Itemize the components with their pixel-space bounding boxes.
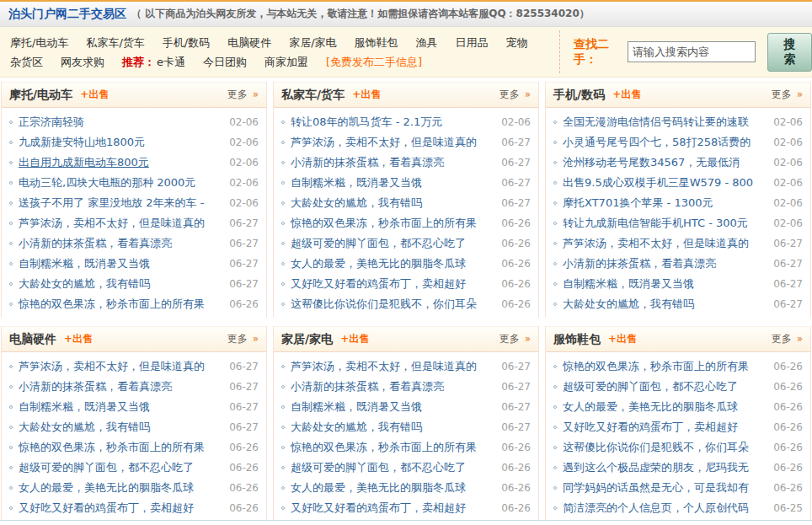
search-button[interactable]: 搜 索 xyxy=(767,33,812,72)
item-link[interactable]: 超级可爱的脚丫面包，都不忍心吃了 xyxy=(291,236,496,251)
panel-title[interactable]: 手机/数码 xyxy=(553,88,605,103)
recommend-link-2[interactable]: 商家加盟 xyxy=(264,56,308,68)
item-link[interactable]: 超级可爱的脚丫面包，都不忍心吃了 xyxy=(563,379,768,394)
item-link[interactable]: 女人的最爱，美艳无比的胭脂冬瓜球 xyxy=(563,399,768,415)
item-link[interactable]: 女人的最爱，美艳无比的胭脂冬瓜球 xyxy=(19,480,224,496)
more-link[interactable]: 更多 » xyxy=(772,332,803,346)
more-link[interactable]: 更多 » xyxy=(499,332,531,346)
item-link[interactable]: 简洁漂亮的个人信息页，个人原创代码 xyxy=(563,501,768,516)
item-link[interactable]: 出售9.5成心双模手机三星W579 - 800 xyxy=(563,175,768,190)
item-link[interactable]: 大龄处女的尴尬，我有错吗 xyxy=(563,297,768,312)
item-link[interactable]: 自制糯米糍，既消暑又当饿 xyxy=(19,256,224,271)
nav-link-8[interactable]: 宠物 xyxy=(506,36,528,49)
item-link[interactable]: 又好吃又好看的鸡蛋布丁，卖相超好 xyxy=(291,501,496,516)
sell-link[interactable]: +出售 xyxy=(608,332,637,346)
panel-title[interactable]: 电脑硬件 xyxy=(9,332,56,347)
item-date: 06-26 xyxy=(501,258,531,270)
item-link[interactable]: 小灵通号尾号四个七，58打258话费的 xyxy=(563,135,768,150)
item-link[interactable]: 自制糯米糍，既消暑又当饿 xyxy=(563,276,768,292)
item-link[interactable]: 小清新的抹茶蛋糕，看着真漂亮 xyxy=(19,379,224,394)
item-link[interactable]: 又好吃又好看的鸡蛋布丁，卖相超好 xyxy=(563,420,768,435)
bullet-icon xyxy=(553,141,557,144)
item-link[interactable]: 芦笋浓汤，卖相不太好，但是味道真的 xyxy=(19,359,224,374)
nav-bar: 摩托/电动车私家车/货车手机/数码电脑硬件家居/家电服饰鞋包渔具日用品宠物 杂货… xyxy=(0,27,812,78)
list-item: 芦笋浓汤，卖相不太好，但是味道真的06-27 xyxy=(281,356,531,377)
item-link[interactable]: 超级可爱的脚丫面包，都不忍心吃了 xyxy=(19,460,224,475)
item-link[interactable]: 送孩子不用了 家里没地放 2年来的车 - xyxy=(19,196,224,211)
nav-link-row2-1[interactable]: 网友求购 xyxy=(61,56,104,68)
item-link[interactable]: 惊艳的双色果冻，秒杀市面上的所有果 xyxy=(291,216,496,231)
item-link[interactable]: 这帮傻比你说你们是犯贱不，你们耳朵 xyxy=(563,440,768,455)
item-list: 芦笋浓汤，卖相不太好，但是味道真的06-27小清新的抹茶蛋糕，看着真漂亮06-2… xyxy=(2,352,266,522)
search-label: 查找二手： xyxy=(574,37,626,67)
item-link[interactable]: 芦笋浓汤，卖相不太好，但是味道真的 xyxy=(19,216,224,231)
sell-link[interactable]: +出售 xyxy=(612,88,641,102)
item-link[interactable]: 超级可爱的脚丫面包，都不忍心吃了 xyxy=(291,460,496,475)
panel-title[interactable]: 服饰鞋包 xyxy=(553,332,601,347)
free-post-link[interactable]: [免费发布二手信息] xyxy=(326,56,422,68)
sell-link[interactable]: +出售 xyxy=(64,332,93,346)
item-link[interactable]: 小清新的抹茶蛋糕，看着真漂亮 xyxy=(19,236,224,251)
item-link[interactable]: 大龄处女的尴尬，我有错吗 xyxy=(19,420,224,435)
item-link[interactable]: 芦笋浓汤，卖相不太好，但是味道真的 xyxy=(291,135,496,150)
item-link[interactable]: 九成新捷安特山地1800元 xyxy=(19,135,224,150)
item-link[interactable]: 小清新的抹茶蛋糕，看着真漂亮 xyxy=(291,379,496,394)
item-link[interactable]: 遇到这么个极品虚荣的朋友，尼玛我无 xyxy=(563,460,768,475)
item-link[interactable]: 全国无漫游电信情侣号码转让要的速联 xyxy=(563,115,768,130)
sell-link[interactable]: +出售 xyxy=(340,332,369,346)
nav-link-6[interactable]: 渔具 xyxy=(416,36,438,49)
more-link[interactable]: 更多 » xyxy=(772,88,803,102)
nav-link-1[interactable]: 私家车/货车 xyxy=(86,36,144,49)
item-link[interactable]: 芦笋浓汤，卖相不太好，但是味道真的 xyxy=(291,359,496,374)
nav-link-2[interactable]: 手机/数码 xyxy=(163,36,210,49)
panel-title[interactable]: 私家车/货车 xyxy=(281,88,345,103)
item-link[interactable]: 惊艳的双色果冻，秒杀市面上的所有果 xyxy=(563,359,768,374)
item-link[interactable]: 女人的最爱，美艳无比的胭脂冬瓜球 xyxy=(291,256,496,271)
sell-link[interactable]: +出售 xyxy=(80,88,109,102)
nav-link-3[interactable]: 电脑硬件 xyxy=(227,36,271,49)
item-link[interactable]: 惊艳的双色果冻，秒杀市面上的所有果 xyxy=(19,297,224,312)
panel-title[interactable]: 家居/家电 xyxy=(281,332,333,347)
item-link[interactable]: 正宗济南轻骑 xyxy=(19,115,224,130)
item-link[interactable]: 电动三轮,四块大电瓶的那种 2000元 xyxy=(19,175,224,190)
sell-link[interactable]: +出售 xyxy=(352,88,381,102)
item-date: 06-27 xyxy=(501,137,531,148)
item-link[interactable]: 出自用九成新电动车800元 xyxy=(19,155,224,170)
item-link[interactable]: 这帮傻比你说你们是犯贱不，你们耳朵 xyxy=(291,297,496,312)
item-link[interactable]: 惊艳的双色果冻，秒杀市面上的所有果 xyxy=(291,440,496,455)
nav-link-7[interactable]: 日用品 xyxy=(456,36,489,49)
item-link[interactable]: 转让九成新电信智能手机HTC - 300元 xyxy=(563,216,768,231)
item-link[interactable]: 大龄处女的尴尬，我有错吗 xyxy=(291,196,496,211)
search-input[interactable] xyxy=(628,41,756,62)
list-item: 惊艳的双色果冻，秒杀市面上的所有果06-26 xyxy=(9,437,259,458)
item-link[interactable]: 自制糯米糍，既消暑又当饿 xyxy=(19,399,224,415)
recommend-link-0[interactable]: e卡通 xyxy=(157,56,185,68)
more-link[interactable]: 更多 » xyxy=(499,88,531,102)
nav-link-row2-0[interactable]: 杂货区 xyxy=(10,56,43,68)
item-link[interactable]: 又好吃又好看的鸡蛋布丁，卖相超好 xyxy=(19,501,224,516)
item-link[interactable]: 大龄处女的尴尬，我有错吗 xyxy=(19,276,224,292)
item-link[interactable]: 女人的最爱，美艳无比的胭脂冬瓜球 xyxy=(291,480,496,496)
nav-link-5[interactable]: 服饰鞋包 xyxy=(355,36,398,49)
item-link[interactable]: 又好吃又好看的鸡蛋布丁，卖相超好 xyxy=(291,276,496,292)
item-link[interactable]: 小清新的抹茶蛋糕，看着真漂亮 xyxy=(291,155,496,170)
bullet-icon xyxy=(281,181,285,185)
item-link[interactable]: 自制糯米糍，既消暑又当饿 xyxy=(291,175,496,190)
item-link[interactable]: 摩托XT701换个苹果 - 1300元 xyxy=(563,196,768,211)
item-list: 转让08年的凯马货车 - 2.1万元02-06芦笋浓汤，卖相不太好，但是味道真的… xyxy=(274,108,538,318)
item-link[interactable]: 自制糯米糍，既消暑又当饿 xyxy=(291,399,496,415)
panel-title[interactable]: 摩托/电动车 xyxy=(9,88,72,103)
more-link[interactable]: 更多 » xyxy=(227,88,259,102)
bullet-icon xyxy=(281,466,285,469)
item-link[interactable]: 小清新的抹茶蛋糕，看着真漂亮 xyxy=(563,256,768,271)
item-link[interactable]: 芦笋浓汤，卖相不太好，但是味道真的 xyxy=(563,236,768,251)
recommend-link-1[interactable]: 今日团购 xyxy=(203,56,247,68)
item-link[interactable]: 转让08年的凯马货车 - 2.1万元 xyxy=(291,115,496,130)
item-link[interactable]: 同学妈妈的话虽然是无心，可是我却有 xyxy=(563,480,768,496)
item-link[interactable]: 沧州移动老号尾数34567，无最低消 xyxy=(563,155,768,170)
item-link[interactable]: 惊艳的双色果冻，秒杀市面上的所有果 xyxy=(19,440,224,455)
item-link[interactable]: 大龄处女的尴尬，我有错吗 xyxy=(291,420,496,435)
more-link[interactable]: 更多 » xyxy=(227,332,259,346)
nav-link-4[interactable]: 家居/家电 xyxy=(289,36,336,49)
nav-link-0[interactable]: 摩托/电动车 xyxy=(10,36,68,49)
